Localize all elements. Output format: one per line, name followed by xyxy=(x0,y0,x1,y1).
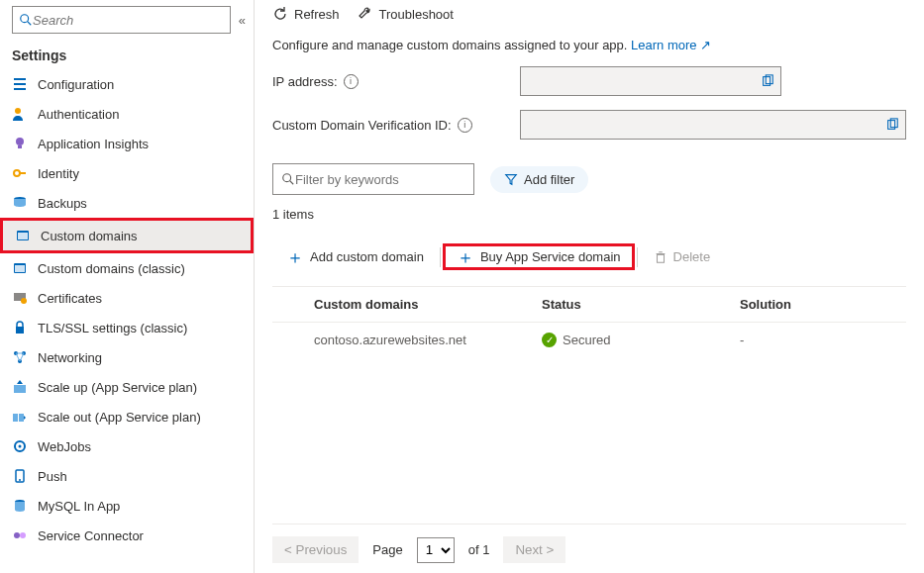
info-icon[interactable]: i xyxy=(458,118,472,133)
domains-grid: Custom domains Status Solution contoso.a… xyxy=(272,286,906,357)
column-header-status[interactable]: Status xyxy=(542,297,740,312)
info-icon[interactable]: i xyxy=(344,74,359,89)
sidebar-item-label: Application Insights xyxy=(38,137,149,151)
svg-point-27 xyxy=(19,479,21,481)
svg-rect-22 xyxy=(13,414,18,422)
cell-solution: - xyxy=(740,333,892,347)
sidebar-item-label: Configuration xyxy=(38,77,114,92)
previous-page-button: < Previous xyxy=(272,536,359,563)
database-icon xyxy=(12,498,28,514)
buy-domain-label: Buy App Service domain xyxy=(480,249,621,264)
sidebar-item-label: Service Connector xyxy=(38,528,144,543)
sidebar-item-scale-up[interactable]: Scale up (App Service plan) xyxy=(0,372,254,402)
sidebar-item-label: TLS/SSL settings (classic) xyxy=(38,321,187,335)
buy-app-service-domain-button[interactable]: ＋ Buy App Service domain xyxy=(443,243,635,270)
table-row[interactable]: contoso.azurewebsites.net ✓ Secured - xyxy=(272,323,906,357)
sidebar-item-label: Backups xyxy=(38,196,87,211)
troubleshoot-button[interactable]: Troubleshoot xyxy=(358,6,454,22)
item-count: 1 items xyxy=(272,207,906,222)
svg-point-16 xyxy=(21,298,27,304)
svg-point-6 xyxy=(16,138,24,145)
sidebar-item-custom-domains[interactable]: Custom domains xyxy=(0,218,254,253)
wrench-icon xyxy=(358,6,373,22)
svg-point-30 xyxy=(20,532,26,538)
sidebar-item-scale-out[interactable]: Scale out (App Service plan) xyxy=(0,402,254,431)
svg-point-29 xyxy=(14,532,20,538)
troubleshoot-label: Troubleshoot xyxy=(379,7,454,22)
ip-address-label: IP address: i xyxy=(272,74,520,89)
sidebar-item-application-insights[interactable]: Application Insights xyxy=(0,129,254,158)
sliders-icon xyxy=(12,76,28,92)
column-header-solution[interactable]: Solution xyxy=(740,297,892,312)
push-icon xyxy=(12,468,28,484)
next-page-button: Next > xyxy=(503,536,565,563)
cell-status: ✓ Secured xyxy=(542,333,740,347)
refresh-button[interactable]: Refresh xyxy=(272,6,340,22)
sidebar-search-input[interactable] xyxy=(33,13,224,28)
sidebar-item-backups[interactable]: Backups xyxy=(0,188,254,218)
verification-id-field[interactable] xyxy=(520,110,906,140)
filter-input[interactable] xyxy=(295,172,465,187)
sidebar-section-title: Settings xyxy=(0,44,254,69)
learn-more-link[interactable]: Learn more ↗ xyxy=(631,38,711,52)
svg-line-1 xyxy=(28,22,32,26)
sidebar-item-label: WebJobs xyxy=(38,439,91,454)
search-icon xyxy=(19,13,33,27)
network-icon xyxy=(12,349,28,365)
sidebar-item-label: Networking xyxy=(38,350,102,365)
column-header-domain[interactable]: Custom domains xyxy=(286,297,542,312)
sidebar-item-label: Scale up (App Service plan) xyxy=(38,380,197,395)
delete-label: Delete xyxy=(673,249,711,264)
svg-rect-17 xyxy=(16,327,24,334)
sidebar-item-identity[interactable]: Identity xyxy=(0,158,254,188)
plus-icon: ＋ xyxy=(286,250,304,264)
sidebar-item-label: Custom domains (classic) xyxy=(38,261,185,276)
lock-icon xyxy=(12,320,28,335)
refresh-icon xyxy=(272,6,288,22)
scale-up-icon xyxy=(12,379,28,395)
page-select[interactable]: 1 xyxy=(417,537,455,563)
sidebar-item-certificates[interactable]: Certificates xyxy=(0,283,254,313)
sidebar-item-webjobs[interactable]: WebJobs xyxy=(0,431,254,461)
sidebar-item-networking[interactable]: Networking xyxy=(0,342,254,372)
sidebar-item-authentication[interactable]: Authentication xyxy=(0,99,254,129)
copy-icon[interactable] xyxy=(761,74,774,88)
verification-id-label: Custom Domain Verification ID: i xyxy=(272,118,520,133)
sidebar-item-label: MySQL In App xyxy=(38,499,120,514)
add-filter-button[interactable]: Add filter xyxy=(490,166,588,193)
key-icon xyxy=(12,165,28,181)
lightbulb-icon xyxy=(12,136,28,151)
ip-address-field[interactable] xyxy=(520,66,781,96)
globe-classic-icon xyxy=(12,260,28,276)
sidebar-search[interactable] xyxy=(12,6,231,34)
svg-rect-14 xyxy=(15,265,25,272)
certificate-icon xyxy=(12,290,28,306)
page-of: of 1 xyxy=(468,542,490,557)
sidebar-item-mysql[interactable]: MySQL In App xyxy=(0,491,254,521)
description-text: Configure and manage custom domains assi… xyxy=(272,38,906,52)
sidebar-item-tls-ssl[interactable]: TLS/SSL settings (classic) xyxy=(0,313,254,342)
sidebar-item-label: Authentication xyxy=(38,107,119,122)
sidebar-item-custom-domains-classic[interactable]: Custom domains (classic) xyxy=(0,253,254,283)
svg-line-36 xyxy=(290,181,294,185)
collapse-sidebar-button[interactable]: « xyxy=(239,13,246,28)
svg-rect-7 xyxy=(18,145,22,148)
page-label: Page xyxy=(372,542,402,557)
add-domain-label: Add custom domain xyxy=(310,249,424,264)
sidebar-item-label: Custom domains xyxy=(41,229,138,243)
backup-icon xyxy=(12,195,28,211)
connector-icon xyxy=(12,527,28,543)
sidebar-item-label: Identity xyxy=(38,166,79,181)
sidebar-item-push[interactable]: Push xyxy=(0,461,254,491)
separator xyxy=(637,247,638,267)
svg-rect-12 xyxy=(18,233,28,239)
sidebar-item-label: Certificates xyxy=(38,291,102,306)
external-link-icon: ↗ xyxy=(700,38,711,52)
copy-icon[interactable] xyxy=(885,118,899,132)
sidebar-item-configuration[interactable]: Configuration xyxy=(0,69,254,99)
sidebar-item-service-connector[interactable]: Service Connector xyxy=(0,521,254,550)
add-custom-domain-button[interactable]: ＋ Add custom domain xyxy=(272,243,438,270)
svg-rect-37 xyxy=(657,254,664,262)
pagination: < Previous Page 1 of 1 Next > xyxy=(272,524,906,563)
filter-keywords[interactable] xyxy=(272,163,474,195)
